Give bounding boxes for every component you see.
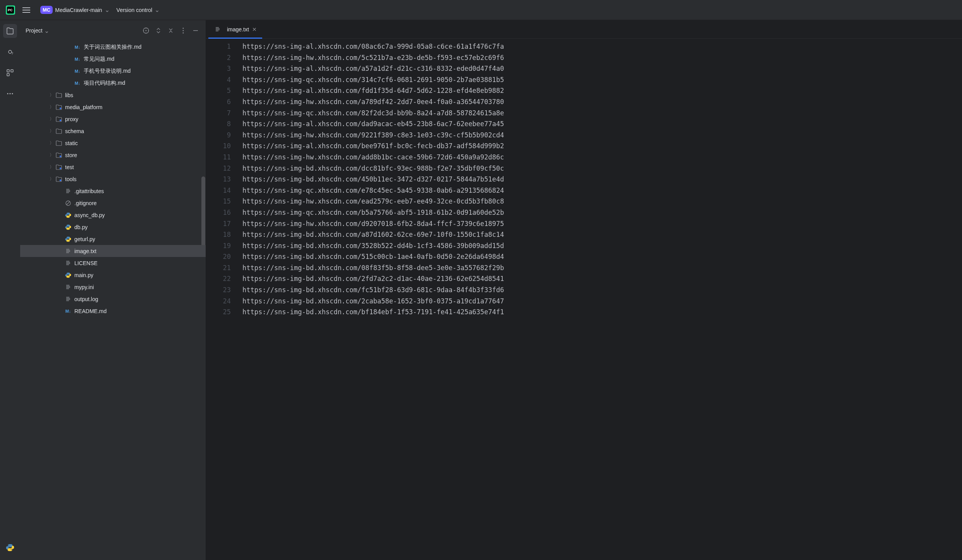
tree-item[interactable]: 〉proxy: [20, 113, 206, 125]
tree-item[interactable]: 〉schema: [20, 125, 206, 137]
panel-options-icon[interactable]: [179, 26, 188, 35]
expand-all-icon[interactable]: [154, 26, 163, 35]
line-number: 22: [206, 273, 231, 284]
chevron-down-icon: [155, 6, 160, 14]
tree-item-label: 项目代码结构.md: [84, 80, 125, 87]
editor-body[interactable]: 1234567891011121314151617181920212223242…: [206, 39, 962, 560]
tree-item-label: static: [65, 140, 78, 146]
project-panel-title[interactable]: Project: [26, 27, 49, 34]
tree-item[interactable]: 〉tools: [20, 173, 206, 185]
expand-icon[interactable]: 〉: [48, 152, 55, 158]
tree-item[interactable]: .gitignore: [20, 197, 206, 209]
svg-text:PC: PC: [8, 8, 13, 12]
tree-item[interactable]: mypy.ini: [20, 281, 206, 293]
tool-stripe-left: ?: [0, 20, 20, 560]
line-number: 21: [206, 262, 231, 274]
py-icon: [64, 224, 72, 230]
project-selector[interactable]: MC MediaCrawler-main: [40, 6, 110, 14]
line-number: 2: [206, 52, 231, 63]
chevron-down-icon: [105, 6, 110, 14]
tree-item[interactable]: 〉libs: [20, 89, 206, 101]
tree-item[interactable]: M↓README.md: [20, 305, 206, 317]
line-number: 14: [206, 185, 231, 196]
code-line: https://sns-img-al.xhscdn.com/a57a1d2f-d…: [242, 63, 962, 74]
code-line: https://sns-img-bd.xhscdn.com/a87d1602-6…: [242, 229, 962, 240]
code-line: https://sns-img-hw.xhscdn.com/9221f389-c…: [242, 130, 962, 141]
line-number: 11: [206, 152, 231, 163]
main-menu-icon[interactable]: [22, 7, 33, 13]
tree-item-label: media_platform: [65, 104, 103, 110]
project-tree[interactable]: M↓关于词云图相关操作.mdM↓常见问题.mdM↓手机号登录说明.mdM↓项目代…: [20, 41, 206, 560]
tree-item-label: image.txt: [74, 248, 96, 254]
tree-item[interactable]: M↓项目代码结构.md: [20, 77, 206, 89]
md-icon: M↓: [74, 45, 81, 50]
expand-icon[interactable]: 〉: [48, 116, 55, 122]
tree-item[interactable]: M↓常见问题.md: [20, 53, 206, 65]
tree-item-label: async_db.py: [74, 212, 105, 218]
commit-toolwindow-button[interactable]: ?: [3, 45, 17, 59]
gitignore-icon: [64, 200, 72, 206]
expand-icon[interactable]: 〉: [48, 92, 55, 98]
tree-item[interactable]: LICENSE: [20, 257, 206, 269]
code-line: https://sns-img-hw.xhscdn.com/add8b1bc-c…: [242, 152, 962, 163]
tree-item-label: README.md: [74, 308, 107, 314]
code-line: https://sns-img-bd.xhscdn.com/2fd7a2c2-d…: [242, 273, 962, 284]
md-icon: M↓: [74, 69, 81, 74]
structure-toolwindow-button[interactable]: [3, 66, 17, 80]
folder-src-icon: [55, 164, 63, 170]
python-console-button[interactable]: [3, 541, 17, 555]
svg-point-18: [60, 155, 61, 157]
expand-icon[interactable]: 〉: [48, 128, 55, 134]
folder-src-icon: [55, 104, 63, 110]
project-name: MediaCrawler-main: [55, 7, 102, 13]
select-opened-file-icon[interactable]: [141, 26, 151, 35]
more-toolwindows-button[interactable]: [3, 87, 17, 101]
tree-item[interactable]: db.py: [20, 221, 206, 233]
close-icon[interactable]: ✕: [252, 26, 257, 33]
tree-item[interactable]: output.log: [20, 293, 206, 305]
line-number: 15: [206, 196, 231, 207]
code-line: https://sns-img-bd.xhscdn.com/08f83f5b-8…: [242, 262, 962, 274]
hide-panel-icon[interactable]: [191, 26, 200, 35]
expand-icon[interactable]: 〉: [48, 176, 55, 182]
pycharm-icon: PC: [5, 5, 15, 15]
code-line: https://sns-img-qc.xhscdn.com/b5a75766-a…: [242, 207, 962, 218]
tree-item[interactable]: 〉test: [20, 161, 206, 173]
vcs-selector[interactable]: Version control: [117, 6, 160, 14]
tree-item[interactable]: 〉media_platform: [20, 101, 206, 113]
tree-item[interactable]: main.py: [20, 269, 206, 281]
line-number: 17: [206, 218, 231, 229]
title-bar: PC MC MediaCrawler-main Version control: [0, 0, 962, 20]
tree-item[interactable]: M↓手机号登录说明.md: [20, 65, 206, 77]
tab-label: image.txt: [227, 26, 249, 33]
expand-icon[interactable]: 〉: [48, 140, 55, 146]
code-line: https://sns-img-bd.xhscdn.com/515c00cb-1…: [242, 251, 962, 262]
svg-point-17: [60, 119, 61, 121]
line-number: 18: [206, 229, 231, 240]
collapse-all-icon[interactable]: [166, 26, 175, 35]
tree-item-label: test: [65, 164, 74, 170]
tree-item[interactable]: async_db.py: [20, 209, 206, 221]
tree-item[interactable]: 〉store: [20, 149, 206, 161]
line-number: 8: [206, 118, 231, 130]
tree-item[interactable]: M↓关于词云图相关操作.md: [20, 41, 206, 53]
line-number: 5: [206, 85, 231, 96]
project-toolwindow-button[interactable]: [3, 24, 17, 38]
project-badge: MC: [40, 6, 53, 14]
tree-item[interactable]: 〉static: [20, 137, 206, 149]
txt-icon: [64, 188, 72, 194]
tree-item[interactable]: image.txt: [20, 245, 206, 257]
expand-icon[interactable]: 〉: [48, 104, 55, 110]
code-line: https://sns-img-hw.xhscdn.com/5c521b7a-e…: [242, 52, 962, 63]
line-number: 13: [206, 174, 231, 185]
chevron-down-icon: [44, 27, 49, 34]
expand-icon[interactable]: 〉: [48, 164, 55, 170]
tree-item[interactable]: .gitattributes: [20, 185, 206, 197]
tree-item-label: geturl.py: [74, 236, 95, 242]
code-line: https://sns-img-bd.xhscdn.com/bf184ebf-1…: [242, 307, 962, 318]
tab-image-txt[interactable]: image.txt ✕: [208, 20, 262, 38]
py-icon: [64, 272, 72, 278]
svg-point-8: [7, 93, 8, 94]
code-content[interactable]: https://sns-img-al.xhscdn.com/08ac6c7a-9…: [237, 39, 962, 560]
tree-item[interactable]: geturl.py: [20, 233, 206, 245]
